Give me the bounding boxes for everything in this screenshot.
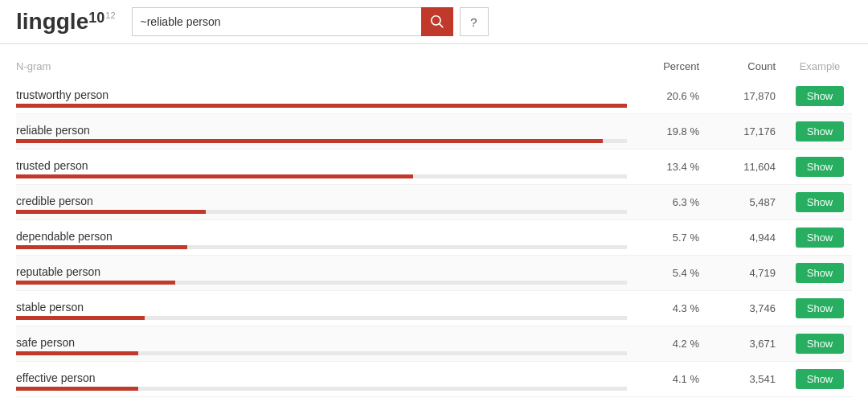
bar-fill (16, 245, 187, 249)
ngram-text: reputable person (16, 265, 627, 278)
bar-container (16, 316, 627, 320)
bar-container (16, 281, 627, 285)
logo-container: linggle 10 12 (16, 10, 116, 33)
bar-container (16, 210, 627, 214)
example-cell: Show (788, 121, 852, 141)
table-row: credible person 6.3 % 5,487 Show (16, 185, 852, 220)
table-body: trustworthy person 20.6 % 17,870 Show re… (16, 79, 852, 397)
col-example: Example (788, 60, 852, 72)
show-button[interactable]: Show (796, 334, 845, 354)
show-button[interactable]: Show (796, 228, 845, 248)
ngram-cell: safe person (16, 330, 627, 359)
ngram-cell: reliable person (16, 117, 627, 146)
show-button[interactable]: Show (796, 157, 845, 177)
logo-sup-10: 10 (88, 10, 104, 25)
example-cell: Show (788, 369, 852, 389)
bar-fill (16, 281, 175, 285)
percent-cell: 20.6 % (627, 90, 707, 102)
count-cell: 4,719 (707, 267, 788, 279)
example-cell: Show (788, 263, 852, 283)
bar-container (16, 245, 627, 249)
table-row: stable person 4.3 % 3,746 Show (16, 291, 852, 326)
ngram-cell: credible person (16, 188, 627, 217)
table-header: N-gram Percent Count Example (16, 56, 852, 79)
bar-fill (16, 387, 138, 391)
bar-container (16, 174, 627, 178)
ngram-text: credible person (16, 195, 627, 207)
percent-cell: 5.4 % (627, 267, 707, 279)
ngram-text: reliable person (16, 124, 627, 137)
main-content: N-gram Percent Count Example trustworthy… (0, 44, 868, 409)
search-icon (431, 15, 444, 28)
show-button[interactable]: Show (796, 121, 845, 141)
percent-cell: 4.2 % (627, 338, 707, 350)
show-button[interactable]: Show (796, 86, 845, 106)
logo-text: linggle (16, 10, 88, 33)
table-row: effective person 4.1 % 3,541 Show (16, 362, 852, 397)
percent-cell: 4.1 % (627, 373, 707, 385)
table-row: reputable person 5.4 % 4,719 Show (16, 256, 852, 291)
bar-container (16, 139, 627, 143)
ngram-cell: trusted person (16, 153, 627, 182)
search-button[interactable] (421, 7, 453, 36)
bar-fill (16, 104, 627, 108)
show-button[interactable]: Show (796, 298, 845, 318)
example-cell: Show (788, 192, 852, 212)
count-cell: 3,541 (707, 373, 788, 385)
header: linggle 10 12 ? (0, 0, 868, 44)
bar-fill (16, 351, 138, 355)
ngram-cell: stable person (16, 294, 627, 323)
count-cell: 4,944 (707, 232, 788, 244)
example-cell: Show (788, 334, 852, 354)
show-button[interactable]: Show (796, 369, 845, 389)
count-cell: 5,487 (707, 196, 788, 208)
count-cell: 3,746 (707, 302, 788, 314)
bar-fill (16, 174, 413, 178)
ngram-text: dependable person (16, 230, 627, 243)
table-row: dependable person 5.7 % 4,944 Show (16, 220, 852, 256)
ngram-cell: dependable person (16, 223, 627, 252)
percent-cell: 6.3 % (627, 196, 707, 208)
percent-cell: 13.4 % (627, 161, 707, 173)
ngram-text: safe person (16, 336, 627, 349)
ngram-text: stable person (16, 301, 627, 314)
logo-sup-r: 12 (105, 10, 115, 20)
show-button[interactable]: Show (796, 192, 845, 212)
example-cell: Show (788, 228, 852, 248)
ngram-text: effective person (16, 371, 627, 384)
table-row: trusted person 13.4 % 11,604 Show (16, 150, 852, 185)
percent-cell: 4.3 % (627, 302, 707, 314)
table-row: reliable person 19.8 % 17,176 Show (16, 114, 852, 150)
bar-fill (16, 316, 145, 320)
count-cell: 11,604 (707, 161, 788, 173)
example-cell: Show (788, 86, 852, 106)
count-cell: 3,671 (707, 338, 788, 350)
ngram-text: trustworthy person (16, 88, 627, 101)
bar-fill (16, 139, 603, 143)
count-cell: 17,870 (707, 90, 788, 102)
count-cell: 17,176 (707, 125, 788, 137)
example-cell: Show (788, 298, 852, 318)
example-cell: Show (788, 157, 852, 177)
percent-cell: 5.7 % (627, 232, 707, 244)
help-button[interactable]: ? (460, 7, 489, 36)
bar-container (16, 104, 627, 108)
ngram-cell: effective person (16, 365, 627, 394)
ngram-cell: trustworthy person (16, 82, 627, 111)
table-row: trustworthy person 20.6 % 17,870 Show (16, 79, 852, 114)
ngram-cell: reputable person (16, 259, 627, 288)
search-container: ? (132, 7, 489, 36)
col-percent: Percent (627, 60, 707, 72)
bar-fill (16, 210, 206, 214)
show-button[interactable]: Show (796, 263, 845, 283)
table-row: safe person 4.2 % 3,671 Show (16, 326, 852, 362)
ngram-text: trusted person (16, 159, 627, 172)
search-input[interactable] (132, 7, 421, 36)
bar-container (16, 387, 627, 391)
col-ngram: N-gram (16, 60, 627, 72)
bar-container (16, 351, 627, 355)
percent-cell: 19.8 % (627, 125, 707, 137)
col-count: Count (707, 60, 788, 72)
